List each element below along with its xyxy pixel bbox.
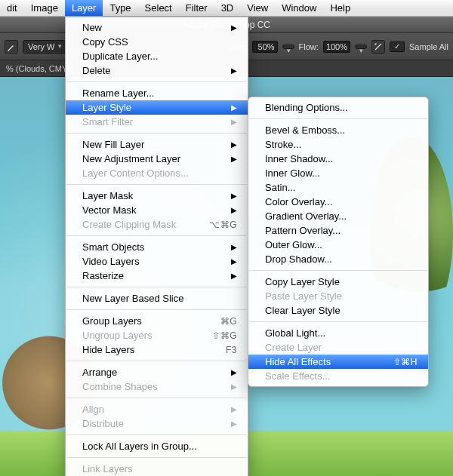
menu-item-label: Hide Layers <box>82 344 211 355</box>
menu-item-label: Layer Mask <box>82 190 216 201</box>
submenu-arrow-icon: ▶ <box>216 103 237 112</box>
layer-menu-item-layer-style[interactable]: Layer Style▶ <box>66 100 248 115</box>
layer-menu-item-create-clipping-mask: Create Clipping Mask⌥⌘G <box>66 217 248 232</box>
menu-item-label: Gradient Overlay... <box>265 210 418 222</box>
layer-style-item-clear-layer-style[interactable]: Clear Layer Style <box>248 303 428 318</box>
document-tab-label[interactable]: % (Clouds, CMYK <box>6 64 73 73</box>
menubar-item-layer[interactable]: Layer <box>65 0 103 16</box>
brush-size-select[interactable]: Very W <box>23 40 66 54</box>
menubar-item-dit[interactable]: dit <box>0 0 24 16</box>
menu-item-label: Link Layers <box>82 463 237 474</box>
layer-menu-separator <box>66 457 247 458</box>
layer-style-item-pattern-overlay[interactable]: Pattern Overlay... <box>248 223 428 238</box>
tool-preset-button[interactable] <box>5 40 18 54</box>
menu-item-label: Pattern Overlay... <box>265 225 418 236</box>
menu-item-shortcut: F3 <box>211 345 237 355</box>
mac-menubar[interactable]: ditImageLayerTypeSelectFilter3DViewWindo… <box>0 0 453 17</box>
menu-item-label: Group Layers <box>82 315 205 327</box>
layer-menu-item-new-layer-based-slice[interactable]: New Layer Based Slice <box>66 291 248 306</box>
menu-item-label: Color Overlay... <box>265 196 418 207</box>
layer-style-item-bevel-emboss[interactable]: Bevel & Emboss... <box>248 123 428 137</box>
layer-menu[interactable]: New▶Copy CSSDuplicate Layer...Delete▶Ren… <box>65 17 248 476</box>
flow-dropdown[interactable] <box>355 45 367 49</box>
menu-item-label: Smart Filter <box>82 116 216 127</box>
menu-item-label: Hide All Effects <box>265 356 378 367</box>
layer-style-separator <box>249 270 427 271</box>
layer-style-item-blending-options[interactable]: Blending Options... <box>248 100 428 115</box>
menubar-item-window[interactable]: Window <box>275 0 323 16</box>
menu-item-label: Duplicate Layer... <box>82 51 237 62</box>
menu-item-label: New Adjustment Layer <box>82 153 216 164</box>
layer-style-item-gradient-overlay[interactable]: Gradient Overlay... <box>248 209 428 223</box>
mix-value-input[interactable]: 50% <box>252 41 278 53</box>
menu-item-label: Scale Effects... <box>265 370 418 382</box>
layer-style-item-satin[interactable]: Satin... <box>248 180 428 195</box>
menubar-item-image[interactable]: Image <box>24 0 65 16</box>
layer-menu-item-arrange[interactable]: Arrange▶ <box>66 365 248 379</box>
menubar-item-3d[interactable]: 3D <box>214 0 241 16</box>
menubar-item-type[interactable]: Type <box>103 0 137 16</box>
layer-menu-item-hide-layers[interactable]: Hide LayersF3 <box>66 342 248 357</box>
submenu-arrow-icon: ▶ <box>216 272 237 280</box>
mix-dropdown[interactable] <box>282 45 294 49</box>
submenu-arrow-icon: ▶ <box>216 405 237 413</box>
layer-style-item-outer-glow[interactable]: Outer Glow... <box>248 238 428 252</box>
airbrush-icon <box>374 42 383 51</box>
sample-all-checkbox[interactable]: ✓ <box>390 41 405 52</box>
layer-menu-item-delete[interactable]: Delete▶ <box>66 63 248 78</box>
layer-style-item-inner-glow[interactable]: Inner Glow... <box>248 166 428 180</box>
layer-menu-item-smart-filter: Smart Filter▶ <box>66 115 248 129</box>
sample-all-label: Sample All <box>409 42 448 51</box>
menubar-item-filter[interactable]: Filter <box>179 0 214 16</box>
menu-item-label: Distribute <box>82 418 216 429</box>
layer-style-item-drop-shadow[interactable]: Drop Shadow... <box>248 252 428 266</box>
layer-menu-item-duplicate-layer[interactable]: Duplicate Layer... <box>66 49 248 63</box>
submenu-arrow-icon: ▶ <box>216 382 237 391</box>
layer-menu-item-ungroup-layers: Ungroup Layers⇧⌘G <box>66 328 248 342</box>
menu-item-label: Create Layer <box>265 342 418 353</box>
layer-menu-item-lock-all-layers-in-group[interactable]: Lock All Layers in Group... <box>66 439 248 453</box>
menubar-item-view[interactable]: View <box>240 0 275 16</box>
submenu-arrow-icon: ▶ <box>216 155 237 163</box>
menu-item-label: Paste Layer Style <box>265 290 418 302</box>
menu-item-label: Copy Layer Style <box>265 276 418 287</box>
layer-menu-item-rename-layer[interactable]: Rename Layer... <box>66 86 248 100</box>
layer-style-item-scale-effects: Scale Effects... <box>248 369 428 383</box>
menubar-item-help[interactable]: Help <box>323 0 357 16</box>
menu-item-label: Copy CSS <box>82 36 237 48</box>
layer-style-submenu[interactable]: Blending Options...Bevel & Emboss...Stro… <box>248 97 429 387</box>
layer-menu-item-video-layers[interactable]: Video Layers▶ <box>66 254 248 269</box>
layer-menu-item-copy-css[interactable]: Copy CSS <box>66 35 248 49</box>
layer-menu-item-new-fill-layer[interactable]: New Fill Layer▶ <box>66 137 248 152</box>
airbrush-toggle[interactable] <box>371 40 385 54</box>
layer-menu-separator <box>66 398 247 398</box>
menu-item-label: Smart Objects <box>82 241 216 253</box>
layer-menu-separator <box>66 435 247 435</box>
menu-item-label: Global Light... <box>265 327 418 339</box>
menu-item-label: New <box>82 22 216 33</box>
layer-style-item-hide-all-effects[interactable]: Hide All Effects⇧⌘H <box>248 355 428 369</box>
layer-menu-item-smart-objects[interactable]: Smart Objects▶ <box>66 240 248 254</box>
layer-style-item-inner-shadow[interactable]: Inner Shadow... <box>248 152 428 166</box>
menu-item-label: Rename Layer... <box>82 88 237 99</box>
layer-style-item-copy-layer-style[interactable]: Copy Layer Style <box>248 275 428 289</box>
menu-item-label: New Fill Layer <box>82 139 216 150</box>
layer-menu-item-layer-mask[interactable]: Layer Mask▶ <box>66 189 248 203</box>
layer-menu-item-distribute: Distribute▶ <box>66 416 248 431</box>
submenu-arrow-icon: ▶ <box>216 118 237 126</box>
flow-label: Flow: <box>299 42 319 51</box>
menubar-item-select[interactable]: Select <box>138 0 179 16</box>
layer-menu-item-rasterize[interactable]: Rasterize▶ <box>66 269 248 283</box>
layer-menu-item-new-adjustment-layer[interactable]: New Adjustment Layer▶ <box>66 152 248 166</box>
layer-menu-item-vector-mask[interactable]: Vector Mask▶ <box>66 203 248 217</box>
layer-menu-item-new[interactable]: New▶ <box>66 20 248 35</box>
layer-menu-separator <box>66 184 247 185</box>
menu-item-label: Outer Glow... <box>265 239 418 250</box>
layer-style-item-stroke[interactable]: Stroke... <box>248 137 428 152</box>
menu-item-label: Delete <box>82 65 216 76</box>
layer-style-item-color-overlay[interactable]: Color Overlay... <box>248 195 428 209</box>
menu-item-label: Drop Shadow... <box>265 253 418 265</box>
layer-style-item-global-light[interactable]: Global Light... <box>248 326 428 340</box>
layer-menu-item-group-layers[interactable]: Group Layers⌘G <box>66 314 248 328</box>
flow-value-input[interactable]: 100% <box>323 41 350 53</box>
